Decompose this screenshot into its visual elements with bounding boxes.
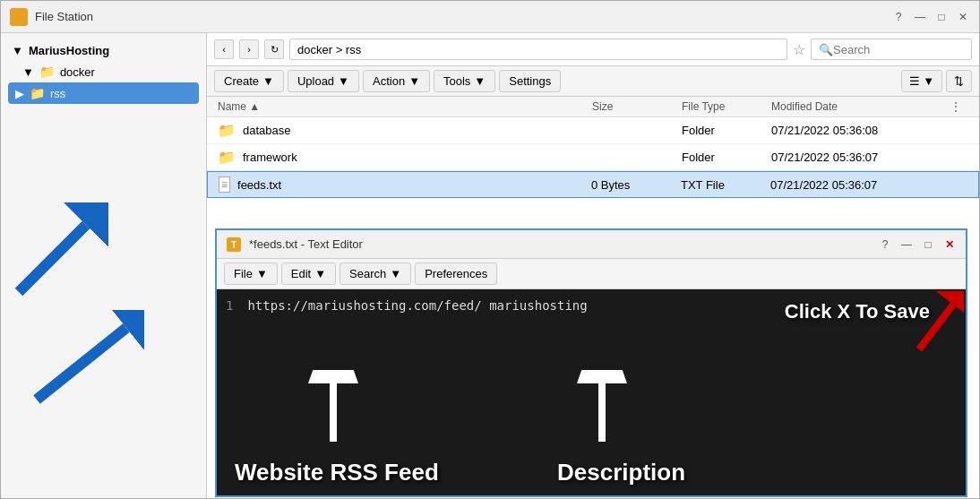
line-number: 1 [226,298,233,313]
file-menu-button[interactable]: File ▼ [224,262,278,285]
file-dropdown-icon: ▼ [256,267,268,280]
editor-window-title: *feeds.txt - Text Editor [249,237,878,251]
search-box[interactable]: 🔍 [811,39,972,60]
action-dropdown-icon: ▼ [408,74,420,88]
address-input[interactable] [289,39,787,60]
file-name: feeds.txt [237,178,281,192]
sidebar-root-label: MariusHosting [29,44,109,57]
window-controls: ? — □ ✕ [891,10,970,24]
header-more[interactable]: ⋮ [950,100,968,113]
sidebar-rss-label: rss [50,87,65,100]
table-row[interactable]: ≡ feeds.txt 0 Bytes TXT File 07/21/2022 … [207,171,979,198]
file-name-cell: 📁 framework [218,149,592,166]
file-type: TXT File [681,178,770,192]
preferences-menu-button[interactable]: Preferences [415,262,497,285]
file-modified: 07/21/2022 05:36:07 [771,151,950,164]
editor-maximize-button[interactable]: □ [921,237,935,252]
text-editor-window: T *feeds.txt - Text Editor ? — □ ✕ File … [215,228,967,497]
blue-arrow-2 [28,310,144,409]
editor-help-button[interactable]: ? [878,237,892,252]
file-name-cell: ≡ feeds.txt [219,176,591,193]
blue-arrow-1 [10,202,108,301]
list-view-button[interactable]: ☰ ▼ [901,70,942,92]
minimize-button[interactable]: — [913,10,927,24]
tools-button[interactable]: Tools ▼ [434,70,495,92]
action-button[interactable]: Action ▼ [363,70,430,92]
sort-button[interactable]: ⇅ [946,70,972,92]
website-rss-arrow-icon [297,370,369,451]
file-type: Folder [682,151,771,164]
website-rss-annotation: Website RSS Feed [235,459,439,486]
header-size: Size [592,100,682,113]
txt-file-icon: ≡ [219,176,230,193]
folder-icon: 📁 [218,149,236,166]
sidebar-item-docker[interactable]: ▼ 📁 docker [1,61,206,82]
editor-title-bar: T *feeds.txt - Text Editor ? — □ ✕ [217,230,966,259]
back-button[interactable]: ‹ [214,39,234,59]
collapse-icon[interactable]: ▼ [12,44,23,57]
file-type: Folder [682,124,771,137]
window-title: File Station [35,10,891,23]
svg-text:T: T [231,240,236,250]
upload-dropdown-icon: ▼ [338,74,349,88]
edit-dropdown-icon: ▼ [314,267,326,280]
settings-button[interactable]: Settings [499,70,561,92]
file-name-cell: 📁 database [218,122,592,139]
search-input[interactable] [833,43,959,56]
forward-button[interactable]: › [239,39,259,59]
editor-minimize-button[interactable]: — [899,237,914,252]
create-button[interactable]: Create ▼ [214,70,284,92]
address-bar: ‹ › ↻ ☆ 🔍 [207,33,979,66]
title-bar: File Station ? — □ ✕ [1,1,979,33]
editor-line-text: https://mariushosting.com/feed/ mariusho… [247,298,587,313]
sidebar-docker-label: docker [60,65,95,79]
upload-button[interactable]: Upload ▼ [288,70,359,92]
file-list-header: Name ▲ Size File Type Modified Date ⋮ [207,97,979,117]
folder-icon: 📁 [218,122,236,139]
editor-toolbar: File ▼ Edit ▼ Search ▼ Preferences [217,259,966,289]
table-row[interactable]: 📁 framework Folder 07/21/2022 05:36:07 [207,144,979,171]
header-modified: Modified Date [771,100,950,113]
svg-line-3 [37,328,126,400]
folder-icon: 📁 [39,65,55,79]
description-annotation: Description [557,459,685,486]
file-modified: 07/21/2022 05:36:07 [770,178,950,192]
description-arrow-icon [566,370,638,451]
editor-window-controls: ? — □ ✕ [878,237,957,252]
file-name: framework [243,151,297,164]
header-name: Name ▲ [218,100,592,113]
file-modified: 07/21/2022 05:36:08 [771,124,950,137]
sidebar: ▼ MariusHosting ▼ 📁 docker ▶ 📁 rss [1,33,207,498]
search-icon: 🔍 [819,43,833,56]
tree-expand-icon: ▼ [22,65,34,79]
editor-app-icon: T [226,237,242,253]
bookmark-icon[interactable]: ☆ [793,41,805,58]
file-toolbar: Create ▼ Upload ▼ Action ▼ Tools ▼ Setti… [207,66,979,97]
app-icon [10,8,28,26]
create-dropdown-icon: ▼ [262,74,274,88]
help-button[interactable]: ? [891,10,906,24]
sidebar-item-rss[interactable]: ▶ 📁 rss [8,82,199,104]
search-menu-button[interactable]: Search ▼ [340,262,411,285]
search-dropdown-icon: ▼ [390,267,401,280]
file-name: database [243,124,291,137]
editor-overlay: Click X To Save [217,289,966,495]
refresh-button[interactable]: ↻ [264,39,284,59]
table-row[interactable]: 📁 database Folder 07/21/2022 05:36:08 [207,117,979,144]
sidebar-root: ▼ MariusHosting [1,40,206,61]
rss-folder-icon: 📁 [30,86,45,100]
close-button[interactable]: ✕ [956,10,970,24]
file-size: 0 Bytes [591,178,681,192]
maximize-button[interactable]: □ [934,10,949,24]
svg-line-1 [19,225,86,292]
header-type: File Type [682,100,771,113]
tools-dropdown-icon: ▼ [474,74,486,88]
tree-leaf-icon: ▶ [15,87,24,100]
editor-content[interactable]: 1 https://mariushosting.com/feed/ marius… [217,289,966,495]
editor-line-1: 1 https://mariushosting.com/feed/ marius… [226,298,957,313]
edit-menu-button[interactable]: Edit ▼ [281,262,336,285]
editor-close-button[interactable]: ✕ [942,237,957,252]
